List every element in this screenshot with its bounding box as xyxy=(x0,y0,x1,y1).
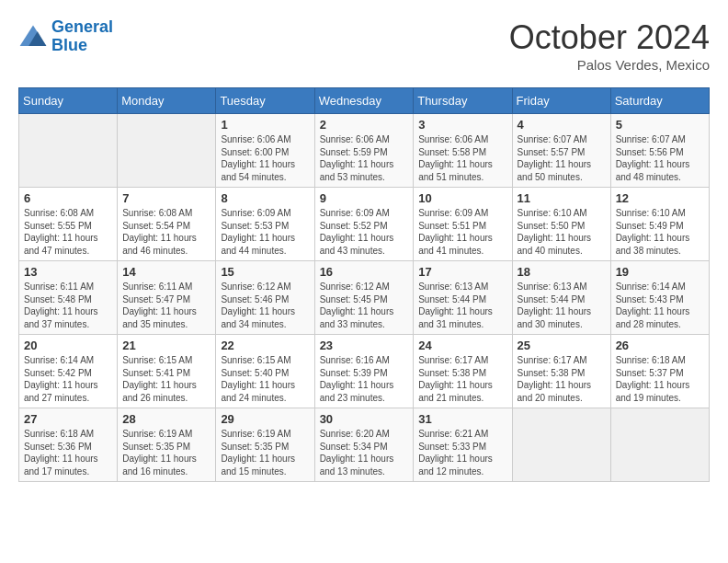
calendar-cell xyxy=(512,408,610,482)
day-number: 31 xyxy=(418,412,506,426)
calendar-cell: 12Sunrise: 6:10 AM Sunset: 5:49 PM Dayli… xyxy=(610,188,709,261)
day-number: 3 xyxy=(418,118,506,132)
weekday-header: Tuesday xyxy=(216,88,314,114)
day-info: Sunrise: 6:15 AM Sunset: 5:40 PM Dayligh… xyxy=(221,354,309,404)
calendar-cell: 31Sunrise: 6:21 AM Sunset: 5:33 PM Dayli… xyxy=(414,408,512,482)
day-info: Sunrise: 6:16 AM Sunset: 5:39 PM Dayligh… xyxy=(320,354,409,404)
location: Palos Verdes, Mexico xyxy=(509,57,710,73)
logo: General Blue xyxy=(18,18,113,55)
page-header: General Blue October 2024 Palos Verdes, … xyxy=(18,18,710,73)
day-info: Sunrise: 6:08 AM Sunset: 5:55 PM Dayligh… xyxy=(24,207,112,257)
day-info: Sunrise: 6:21 AM Sunset: 5:33 PM Dayligh… xyxy=(418,428,506,477)
calendar-cell: 17Sunrise: 6:13 AM Sunset: 5:44 PM Dayli… xyxy=(414,261,512,335)
day-info: Sunrise: 6:09 AM Sunset: 5:51 PM Dayligh… xyxy=(418,207,506,257)
day-number: 24 xyxy=(418,339,506,352)
calendar-cell: 3Sunrise: 6:06 AM Sunset: 5:58 PM Daylig… xyxy=(414,114,512,188)
calendar-table: SundayMondayTuesdayWednesdayThursdayFrid… xyxy=(18,87,710,482)
day-info: Sunrise: 6:11 AM Sunset: 5:48 PM Dayligh… xyxy=(24,281,112,330)
day-number: 18 xyxy=(518,265,606,279)
day-info: Sunrise: 6:19 AM Sunset: 5:35 PM Dayligh… xyxy=(122,428,210,477)
calendar-cell: 24Sunrise: 6:17 AM Sunset: 5:38 PM Dayli… xyxy=(414,335,512,408)
day-number: 15 xyxy=(221,265,309,279)
title-area: October 2024 Palos Verdes, Mexico xyxy=(509,18,710,73)
day-number: 13 xyxy=(24,265,112,279)
calendar-week-row: 6Sunrise: 6:08 AM Sunset: 5:55 PM Daylig… xyxy=(19,188,710,261)
day-info: Sunrise: 6:10 AM Sunset: 5:49 PM Dayligh… xyxy=(616,207,704,257)
day-info: Sunrise: 6:12 AM Sunset: 5:46 PM Dayligh… xyxy=(221,281,309,330)
day-info: Sunrise: 6:18 AM Sunset: 5:36 PM Dayligh… xyxy=(24,428,112,477)
calendar-cell: 18Sunrise: 6:13 AM Sunset: 5:44 PM Dayli… xyxy=(512,261,610,335)
day-number: 17 xyxy=(418,265,506,279)
day-number: 30 xyxy=(320,412,409,426)
calendar-cell: 16Sunrise: 6:12 AM Sunset: 5:45 PM Dayli… xyxy=(314,261,414,335)
day-number: 4 xyxy=(518,118,606,132)
day-info: Sunrise: 6:06 AM Sunset: 5:58 PM Dayligh… xyxy=(418,133,506,183)
day-info: Sunrise: 6:06 AM Sunset: 5:59 PM Dayligh… xyxy=(320,133,409,183)
day-number: 19 xyxy=(616,265,704,279)
day-info: Sunrise: 6:12 AM Sunset: 5:45 PM Dayligh… xyxy=(320,281,409,330)
calendar-week-row: 1Sunrise: 6:06 AM Sunset: 6:00 PM Daylig… xyxy=(19,114,710,188)
day-info: Sunrise: 6:10 AM Sunset: 5:50 PM Dayligh… xyxy=(518,207,606,257)
day-number: 7 xyxy=(122,191,210,205)
day-number: 16 xyxy=(320,265,409,279)
weekday-header: Thursday xyxy=(414,88,512,114)
day-info: Sunrise: 6:17 AM Sunset: 5:38 PM Dayligh… xyxy=(418,354,506,404)
day-info: Sunrise: 6:09 AM Sunset: 5:53 PM Dayligh… xyxy=(221,207,309,257)
calendar-cell: 8Sunrise: 6:09 AM Sunset: 5:53 PM Daylig… xyxy=(216,188,314,261)
calendar-cell: 9Sunrise: 6:09 AM Sunset: 5:52 PM Daylig… xyxy=(314,188,414,261)
calendar-cell: 22Sunrise: 6:15 AM Sunset: 5:40 PM Dayli… xyxy=(216,335,314,408)
calendar-cell: 26Sunrise: 6:18 AM Sunset: 5:37 PM Dayli… xyxy=(610,335,709,408)
day-info: Sunrise: 6:14 AM Sunset: 5:42 PM Dayligh… xyxy=(24,354,112,404)
day-number: 29 xyxy=(221,412,309,426)
day-info: Sunrise: 6:13 AM Sunset: 5:44 PM Dayligh… xyxy=(518,281,606,330)
day-info: Sunrise: 6:20 AM Sunset: 5:34 PM Dayligh… xyxy=(320,428,409,477)
weekday-header: Sunday xyxy=(19,88,118,114)
day-number: 11 xyxy=(518,191,606,205)
calendar-cell: 21Sunrise: 6:15 AM Sunset: 5:41 PM Dayli… xyxy=(118,335,216,408)
calendar-cell: 4Sunrise: 6:07 AM Sunset: 5:57 PM Daylig… xyxy=(512,114,610,188)
day-number: 21 xyxy=(122,339,210,352)
day-info: Sunrise: 6:07 AM Sunset: 5:57 PM Dayligh… xyxy=(518,133,606,183)
calendar-cell: 6Sunrise: 6:08 AM Sunset: 5:55 PM Daylig… xyxy=(19,188,118,261)
day-info: Sunrise: 6:08 AM Sunset: 5:54 PM Dayligh… xyxy=(122,207,210,257)
day-number: 22 xyxy=(221,339,309,352)
calendar-cell: 25Sunrise: 6:17 AM Sunset: 5:38 PM Dayli… xyxy=(512,335,610,408)
day-number: 26 xyxy=(616,339,704,352)
weekday-header: Wednesday xyxy=(314,88,414,114)
calendar-week-row: 27Sunrise: 6:18 AM Sunset: 5:36 PM Dayli… xyxy=(19,408,710,482)
calendar-cell xyxy=(118,114,216,188)
day-info: Sunrise: 6:09 AM Sunset: 5:52 PM Dayligh… xyxy=(320,207,409,257)
logo-text: General Blue xyxy=(51,18,113,55)
day-number: 25 xyxy=(518,339,606,352)
calendar-cell: 29Sunrise: 6:19 AM Sunset: 5:35 PM Dayli… xyxy=(216,408,314,482)
day-number: 10 xyxy=(418,191,506,205)
logo-icon xyxy=(18,24,48,50)
day-info: Sunrise: 6:19 AM Sunset: 5:35 PM Dayligh… xyxy=(221,428,309,477)
calendar-cell: 14Sunrise: 6:11 AM Sunset: 5:47 PM Dayli… xyxy=(118,261,216,335)
day-info: Sunrise: 6:17 AM Sunset: 5:38 PM Dayligh… xyxy=(518,354,606,404)
calendar-cell: 2Sunrise: 6:06 AM Sunset: 5:59 PM Daylig… xyxy=(314,114,414,188)
calendar-cell: 1Sunrise: 6:06 AM Sunset: 6:00 PM Daylig… xyxy=(216,114,314,188)
calendar-cell: 13Sunrise: 6:11 AM Sunset: 5:48 PM Dayli… xyxy=(19,261,118,335)
calendar-cell: 15Sunrise: 6:12 AM Sunset: 5:46 PM Dayli… xyxy=(216,261,314,335)
calendar-cell: 10Sunrise: 6:09 AM Sunset: 5:51 PM Dayli… xyxy=(414,188,512,261)
day-number: 8 xyxy=(221,191,309,205)
day-number: 1 xyxy=(221,118,309,132)
day-number: 2 xyxy=(320,118,409,132)
calendar-cell: 23Sunrise: 6:16 AM Sunset: 5:39 PM Dayli… xyxy=(314,335,414,408)
day-info: Sunrise: 6:15 AM Sunset: 5:41 PM Dayligh… xyxy=(122,354,210,404)
calendar-cell: 7Sunrise: 6:08 AM Sunset: 5:54 PM Daylig… xyxy=(118,188,216,261)
calendar-cell xyxy=(19,114,118,188)
calendar-week-row: 20Sunrise: 6:14 AM Sunset: 5:42 PM Dayli… xyxy=(19,335,710,408)
calendar-cell: 19Sunrise: 6:14 AM Sunset: 5:43 PM Dayli… xyxy=(610,261,709,335)
weekday-header: Saturday xyxy=(610,88,709,114)
day-number: 12 xyxy=(616,191,704,205)
calendar-cell: 11Sunrise: 6:10 AM Sunset: 5:50 PM Dayli… xyxy=(512,188,610,261)
calendar-cell xyxy=(610,408,709,482)
calendar-cell: 30Sunrise: 6:20 AM Sunset: 5:34 PM Dayli… xyxy=(314,408,414,482)
calendar-cell: 28Sunrise: 6:19 AM Sunset: 5:35 PM Dayli… xyxy=(118,408,216,482)
day-info: Sunrise: 6:06 AM Sunset: 6:00 PM Dayligh… xyxy=(221,133,309,183)
day-number: 14 xyxy=(122,265,210,279)
weekday-header: Monday xyxy=(118,88,216,114)
day-number: 20 xyxy=(24,339,112,352)
